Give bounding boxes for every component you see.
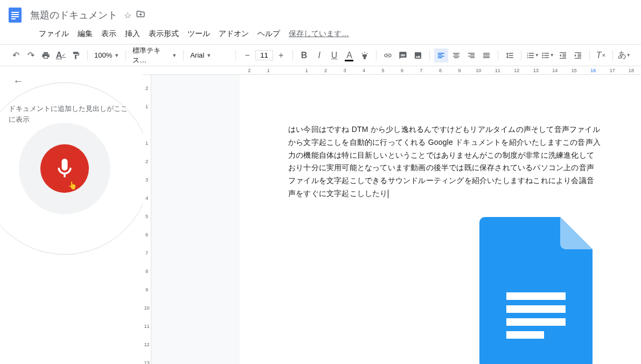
svg-point-7	[542, 57, 544, 58]
document-area: 21123456789101112131415161718 2112345678…	[143, 66, 641, 364]
clear-format-button[interactable]: T✕	[594, 48, 608, 62]
bold-button[interactable]: B	[297, 48, 311, 62]
separator	[87, 50, 88, 61]
redo-button[interactable]: ↷	[24, 48, 38, 62]
back-arrow-icon[interactable]: ←	[13, 75, 134, 87]
move-folder-icon[interactable]	[136, 9, 145, 21]
separator	[126, 50, 126, 61]
highlight-button[interactable]	[358, 48, 372, 62]
line-spacing-button[interactable]	[503, 48, 517, 62]
separator	[235, 50, 236, 61]
bullet-list-button[interactable]: ▼	[541, 48, 555, 62]
title-row: 無題のドキュメント ☆	[0, 0, 641, 27]
font-select[interactable]: Arial▼	[188, 50, 231, 60]
star-icon[interactable]: ☆	[124, 10, 131, 20]
paint-format-button[interactable]	[69, 48, 83, 62]
print-button[interactable]	[39, 48, 53, 62]
underline-button[interactable]: U	[328, 48, 342, 62]
font-size-increase[interactable]: +	[274, 48, 288, 62]
menu-insert[interactable]: 挿入	[121, 27, 144, 41]
separator	[183, 50, 184, 61]
app-header: 無題のドキュメント ☆ ファイル 編集 表示 挿入 表示形式 ツール アドオン …	[0, 0, 641, 45]
svg-point-5	[542, 52, 544, 54]
undo-button[interactable]: ↶	[9, 48, 23, 62]
microphone-icon	[53, 157, 76, 180]
svg-rect-3	[11, 16, 19, 17]
text-color-button[interactable]: A	[343, 48, 357, 62]
spellcheck-button[interactable]: A✓	[54, 48, 68, 62]
toolbar: ↶ ↷ A✓ 100%▼ 標準テキス…▼ Arial▼ − 11 + B I U…	[0, 45, 641, 66]
text-cursor	[388, 190, 388, 198]
svg-rect-2	[11, 14, 19, 15]
outline-hint-text: ドキュメントに追加した見出しがここに表示	[9, 103, 134, 124]
document-title[interactable]: 無題のドキュメント	[30, 9, 117, 22]
menu-bar: ファイル 編集 表示 挿入 表示形式 ツール アドオン ヘルプ 保存しています…	[0, 27, 641, 44]
voice-pulse-inner: 👆	[19, 123, 110, 214]
menu-edit[interactable]: 編集	[73, 27, 97, 41]
docs-overlay-logo-icon	[479, 217, 593, 364]
separator	[589, 50, 590, 61]
separator	[612, 50, 613, 61]
svg-rect-8	[506, 292, 566, 300]
increase-indent-button[interactable]	[571, 48, 585, 62]
voice-typing-button[interactable]: 👆	[40, 144, 89, 193]
font-size-input[interactable]: 11	[255, 50, 273, 60]
font-size-decrease[interactable]: −	[240, 48, 254, 62]
menu-tools[interactable]: ツール	[183, 27, 214, 41]
content-area: ← ドキュメントに追加した見出しがここに表示 👆 211234567891011…	[0, 66, 641, 364]
svg-point-6	[542, 54, 544, 56]
separator	[429, 50, 430, 61]
separator	[498, 50, 498, 61]
menu-addons[interactable]: アドオン	[214, 27, 253, 41]
separator	[521, 50, 521, 61]
outline-sidebar: ← ドキュメントに追加した見出しがここに表示 👆	[0, 66, 143, 364]
input-method-button[interactable]: あ▼	[617, 48, 631, 62]
separator	[376, 50, 377, 61]
numbered-list-button[interactable]: ▼	[526, 48, 540, 62]
style-select[interactable]: 標準テキス…▼	[130, 45, 179, 66]
vertical-ruler[interactable]: 2112345678910111213	[143, 75, 151, 364]
saving-status[interactable]: 保存しています…	[289, 29, 349, 39]
italic-button[interactable]: I	[312, 48, 326, 62]
insert-link-button[interactable]	[381, 48, 395, 62]
menu-help[interactable]: ヘルプ	[253, 27, 284, 41]
pointer-cursor-icon: 👆	[68, 181, 77, 190]
align-justify-button[interactable]	[479, 48, 493, 62]
align-left-button[interactable]	[434, 48, 448, 62]
separator	[292, 50, 293, 61]
insert-comment-button[interactable]	[396, 48, 410, 62]
horizontal-ruler[interactable]: 21123456789101112131415161718	[143, 66, 641, 75]
zoom-select[interactable]: 100%▼	[92, 50, 121, 60]
menu-file[interactable]: ファイル	[34, 27, 73, 41]
svg-rect-9	[506, 305, 566, 313]
svg-rect-10	[506, 318, 566, 326]
decrease-indent-button[interactable]	[556, 48, 570, 62]
svg-rect-4	[11, 18, 16, 19]
docs-logo-icon[interactable]	[4, 4, 26, 26]
document-body-text[interactable]: はい今回はですね DTM から少し逸れるんですけどもリアルタイムの声そして音声フ…	[288, 123, 601, 200]
menu-view[interactable]: 表示	[97, 27, 121, 41]
align-right-button[interactable]	[464, 48, 478, 62]
menu-format[interactable]: 表示形式	[144, 27, 183, 41]
svg-rect-1	[11, 12, 19, 13]
svg-rect-11	[506, 331, 544, 339]
align-center-button[interactable]	[449, 48, 463, 62]
insert-image-button[interactable]	[411, 48, 425, 62]
